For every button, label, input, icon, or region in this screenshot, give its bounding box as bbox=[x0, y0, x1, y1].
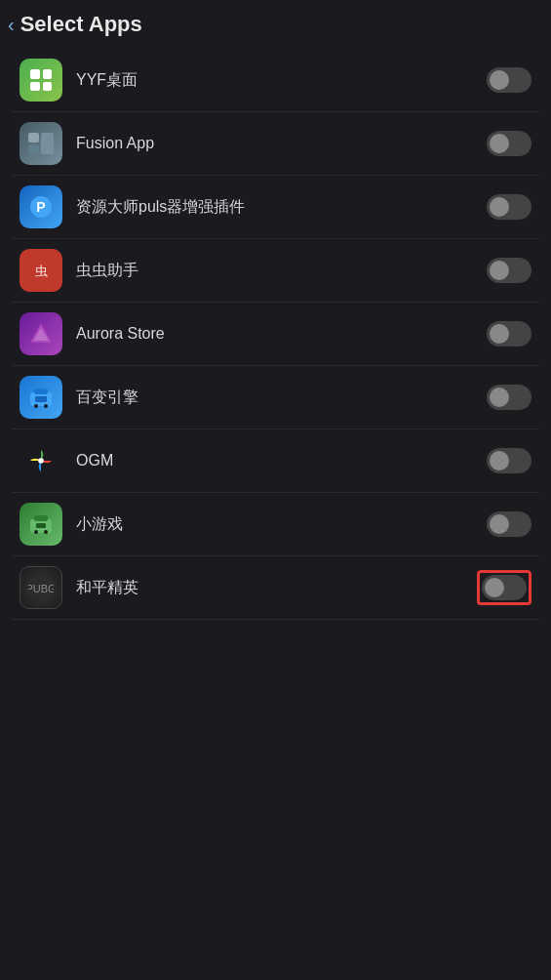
toggle-aurora[interactable] bbox=[487, 321, 531, 347]
list-item: YYF桌面 bbox=[12, 49, 539, 112]
app-name-xiaoyouxi: 小游戏 bbox=[76, 514, 487, 535]
svg-rect-10 bbox=[34, 388, 48, 394]
list-item: Fusion App bbox=[12, 112, 539, 176]
svg-rect-16 bbox=[34, 515, 48, 521]
toggle-fusion[interactable] bbox=[487, 131, 531, 156]
app-name-yyf: YYF桌面 bbox=[76, 70, 487, 91]
svg-text:P: P bbox=[36, 199, 45, 215]
svg-rect-1 bbox=[28, 144, 39, 154]
toggle-resource[interactable] bbox=[487, 194, 531, 220]
list-item: 虫 虫虫助手 bbox=[12, 239, 539, 303]
list-item: P 资源大师puls器增强插件 bbox=[12, 176, 539, 239]
app-icon-resource: P bbox=[20, 185, 62, 228]
svg-text:虫: 虫 bbox=[35, 264, 48, 278]
page-title: Select Apps bbox=[20, 12, 142, 37]
svg-rect-19 bbox=[36, 523, 46, 528]
app-icon-aurora bbox=[20, 312, 62, 355]
header: ‹ Select Apps bbox=[0, 0, 551, 49]
app-icon-fusion bbox=[20, 122, 62, 165]
app-name-bug: 虫虫助手 bbox=[76, 261, 487, 281]
list-item: PUBG 和平精英 bbox=[12, 556, 539, 620]
list-item: Aurora Store bbox=[12, 303, 539, 366]
back-button[interactable]: ‹ bbox=[8, 15, 15, 34]
toggle-heping[interactable] bbox=[477, 570, 531, 605]
svg-point-17 bbox=[34, 530, 38, 534]
list-item: OGM bbox=[12, 429, 539, 493]
toggle-yyf[interactable] bbox=[487, 67, 531, 93]
svg-point-11 bbox=[34, 404, 38, 408]
toggle-ogm[interactable] bbox=[487, 448, 531, 473]
app-list: YYF桌面 Fusion App P 资源大师puls器增强插件 虫 虫虫助手 … bbox=[0, 49, 551, 620]
app-icon-ogm bbox=[20, 439, 62, 482]
svg-text:PUBG: PUBG bbox=[28, 583, 54, 594]
toggle-baibain[interactable] bbox=[487, 385, 531, 410]
app-name-ogm: OGM bbox=[76, 452, 487, 470]
app-icon-yyf bbox=[20, 59, 62, 102]
app-icon-baibain bbox=[20, 376, 62, 419]
app-name-fusion: Fusion App bbox=[76, 135, 487, 152]
toggle-xiaoyouxi[interactable] bbox=[487, 511, 531, 537]
app-icon-bug: 虫 bbox=[20, 249, 62, 292]
app-icon-heping: PUBG bbox=[20, 566, 62, 609]
svg-point-18 bbox=[44, 530, 48, 534]
svg-point-14 bbox=[38, 458, 44, 464]
svg-rect-2 bbox=[41, 133, 54, 154]
list-item: 百变引擎 bbox=[12, 366, 539, 429]
toggle-bug[interactable] bbox=[487, 258, 531, 283]
app-name-resource: 资源大师puls器增强插件 bbox=[76, 197, 487, 218]
app-name-baibain: 百变引擎 bbox=[76, 388, 487, 408]
svg-point-12 bbox=[44, 404, 48, 408]
app-name-aurora: Aurora Store bbox=[76, 325, 487, 343]
app-icon-xiaoyouxi bbox=[20, 503, 62, 546]
svg-rect-13 bbox=[35, 396, 47, 402]
svg-rect-0 bbox=[28, 133, 39, 143]
app-name-heping: 和平精英 bbox=[76, 578, 477, 598]
list-item: 小游戏 bbox=[12, 493, 539, 556]
